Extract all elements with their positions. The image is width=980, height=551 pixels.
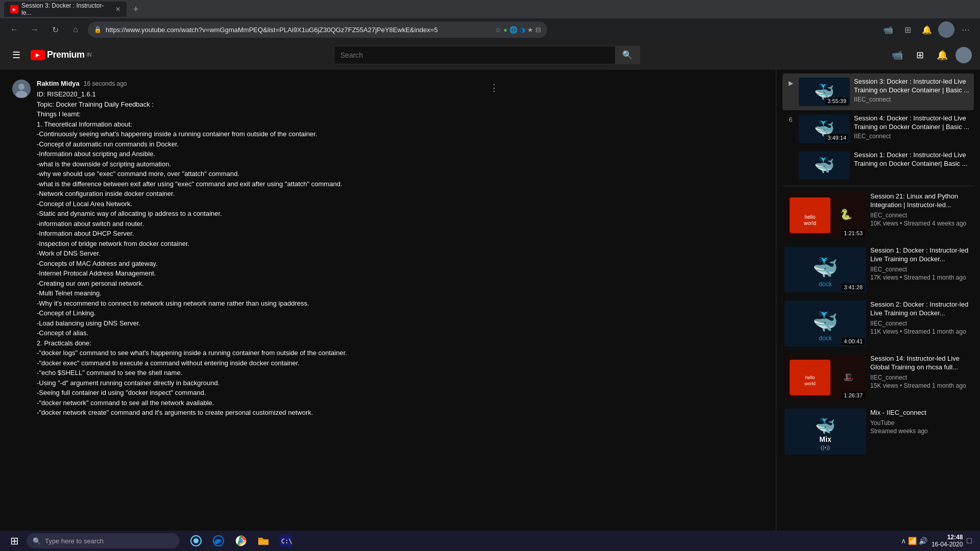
video-camera-icon[interactable]: 📹 [888,46,906,64]
rec-thumb-1: hello world 🐍 1:21:53 [785,192,866,238]
start-button[interactable]: ⊞ [4,533,24,549]
comments-container: Raktim Midya 16 seconds ago ID: RISE2020… [12,80,502,418]
video-call-button[interactable]: 📹 [880,21,896,38]
taskbar-edge[interactable] [208,532,229,550]
playlist-item-2[interactable]: 6 🐳 3:49:14 Session 4: Docker : Instruct… [782,110,974,147]
playlist-duration-2: 3:49:14 [825,134,848,141]
comment-more-button[interactable]: ⋮ [486,80,502,96]
tray-network[interactable]: 📶 [908,537,917,545]
address-bar[interactable]: 🔒 https://www.youtube.com/watch?v=wmGgma… [88,21,547,38]
svg-text:world: world [804,381,816,386]
rec-channel-mix: YouTube [870,419,972,427]
new-tab-button[interactable]: + [129,2,143,16]
playlist-duration-1: 3:55:39 [825,97,848,105]
svg-text:world: world [803,220,816,226]
ext-icon-edge[interactable]: ◑ [520,26,525,34]
taskbar: ⊞ 🔍 Type here to search C:\ ∧ 📶 🔊 12:48 … [0,531,980,551]
menu-icon[interactable]: ☰ [8,45,24,65]
notification-badge[interactable]: □ [967,536,972,545]
bell-button[interactable]: 🔔 [919,21,935,38]
yt-main: Raktim Midya 16 seconds ago ID: RISE2020… [0,69,980,551]
rec-info-1: Session 21: Linux and Python Integration… [870,192,972,238]
home-button[interactable]: ⌂ [67,21,84,38]
active-tab[interactable]: Session 3: Docker : Instructor-le... ✕ [4,2,127,17]
taskbar-date-value: 16-04-2020 [932,541,963,548]
rec-info-4: Session 14: Instructor-led Live Global T… [870,355,972,400]
rec-title-1: Session 21: Linux and Python Integration… [870,192,972,210]
user-avatar[interactable] [955,47,972,63]
svg-text:🐳: 🐳 [813,255,838,280]
back-button[interactable]: ← [6,21,22,38]
rec-video-mix[interactable]: 🐳 Mix ((•)) Mix - IIEC_connect YouTube S… [782,405,974,459]
playlist-item-1[interactable]: ▶ 🐳 3:55:39 Session 3: Docker : Instruct… [782,73,974,110]
search-bar[interactable]: 🔍 [334,46,640,64]
playlist-item-1-info: Session 3: Docker : Instructor-led Live … [854,78,970,103]
comment-item: Raktim Midya 16 seconds ago ID: RISE2020… [12,80,502,418]
svg-text:Mix: Mix [819,435,831,443]
rec-meta-mix: Streamed weeks ago [870,428,972,435]
commenter-avatar [12,80,31,98]
rec-meta-1: 10K views • Streamed 4 weeks ago [870,220,972,227]
tray-up-arrow[interactable]: ∧ [901,537,906,545]
tab-bar: Session 3: Docker : Instructor-le... ✕ + [0,0,980,18]
svg-text:((•)): ((•)) [821,444,830,450]
youtube-app: ☰ ▶ Premium IN 🔍 📹 ⊞ 🔔 [0,41,980,551]
playlist-item-2-channel: IIEC_connect [854,133,970,140]
tab-close-button[interactable]: ✕ [115,6,120,13]
playlist-item-2-number: 6 [787,114,795,123]
playlist-item-1-title: Session 3: Docker : Instructor-led Live … [854,78,970,95]
rec-video-1[interactable]: hello world 🐍 1:21:53 Session 21: Linux … [782,188,974,242]
youtube-header: ☰ ▶ Premium IN 🔍 📹 ⊞ 🔔 [0,41,980,69]
svg-text:dock: dock [819,335,832,342]
yt-logo-text: Premium [47,49,85,60]
taskbar-search-label: Type here to search [45,537,104,545]
comment-section: Raktim Midya 16 seconds ago ID: RISE2020… [0,69,776,551]
search-input[interactable] [334,46,615,64]
svg-text:🎩: 🎩 [843,372,853,382]
taskbar-clock[interactable]: 12:48 16-04-2020 [932,534,963,548]
taskbar-cortana[interactable] [186,532,206,550]
apps-grid-icon[interactable]: ⊞ [911,46,929,64]
tray-volume[interactable]: 🔊 [919,537,927,545]
taskbar-explorer[interactable] [253,532,274,550]
nav-right-icons: 📹 ⊞ 🔔 ⋯ [880,21,974,38]
svg-point-1 [18,84,24,90]
rec-video-3[interactable]: 🐳 dock 4:00:41 Session 2: Docker : Instr… [782,296,974,350]
taskbar-search[interactable]: 🔍 Type here to search [27,533,180,548]
rec-title-4: Session 14: Instructor-led Live Global T… [870,355,972,372]
more-button[interactable]: ⋯ [958,21,974,38]
playlist-item-3[interactable]: 🐳 Session 1: Docker : Instructor-led Liv… [782,147,974,184]
youtube-logo[interactable]: ▶ Premium IN [31,49,92,60]
rec-video-4[interactable]: hello world 🎩 1:26:37 Session 14: Instru… [782,350,974,405]
yt-logo-icon: ▶ [31,50,45,60]
forward-button[interactable]: → [27,21,43,38]
sidebar: ▶ 🐳 3:55:39 Session 3: Docker : Instruct… [776,69,980,551]
notifications-icon[interactable]: 🔔 [933,46,951,64]
bookmark-icon[interactable]: ★ [527,26,533,34]
playlist-item-1-number: ▶ [787,78,795,87]
reload-button[interactable]: ↻ [47,21,63,38]
tab-favicon [10,5,18,13]
taskbar-cmd[interactable]: C:\ [276,532,296,550]
reading-icon[interactable]: ⊟ [535,26,541,34]
browser-chrome: Session 3: Docker : Instructor-le... ✕ +… [0,0,980,41]
profile-avatar[interactable] [938,21,954,38]
rec-title-3: Session 2: Docker : Instructor-led Live … [870,300,972,318]
rec-video-2[interactable]: 🐳 dock 3:41:28 Session 1: Docker : Instr… [782,242,974,296]
svg-text:hello: hello [805,375,815,380]
search-button[interactable]: 🔍 [615,46,640,64]
ext-icon-globe[interactable]: 🌐 [509,26,518,34]
playlist-thumb-1: 🐳 3:55:39 [799,78,850,106]
star-icon[interactable]: ☆ [495,26,501,34]
rec-channel-1: IIEC_connect [870,212,972,219]
taskbar-chrome[interactable] [231,532,251,550]
playlist-item-2-info: Session 4: Docker : Instructor-led Live … [854,114,970,140]
rec-info-3: Session 2: Docker : Instructor-led Live … [870,300,972,346]
ext-icon-green[interactable]: ● [503,26,507,34]
grid-button[interactable]: ⊞ [899,21,916,38]
rec-channel-3: IIEC_connect [870,320,972,327]
browser-nav: ← → ↻ ⌂ 🔒 https://www.youtube.com/watch?… [0,18,980,41]
comment-text: ID: RISE2020_1.6.1 Topic: Docker Trainin… [37,89,480,418]
yt-country: IN [87,52,92,58]
divider-1 [782,186,974,186]
